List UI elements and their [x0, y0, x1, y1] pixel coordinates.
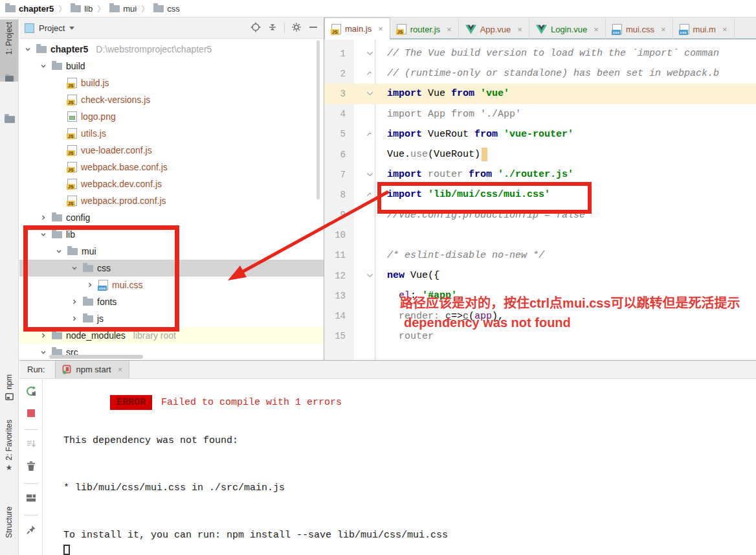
folder-icon — [5, 5, 16, 12]
chevron-down-icon[interactable] — [23, 45, 32, 54]
close-icon[interactable]: × — [722, 25, 728, 34]
tree-label: node_modules — [66, 330, 126, 341]
fold-up-icon[interactable] — [354, 190, 375, 199]
tab-mui-css[interactable]: cssmui.css× — [606, 19, 673, 40]
breadcrumb-item-mui[interactable]: mui — [109, 4, 137, 14]
close-icon[interactable]: × — [517, 25, 522, 34]
clear-icon[interactable] — [27, 461, 36, 474]
image-thumb-icon — [69, 116, 75, 120]
chevron-right-icon[interactable] — [85, 280, 94, 289]
tree-label: css — [97, 263, 111, 273]
tree-row-css[interactable]: css — [19, 260, 324, 277]
code-text: router — [375, 331, 434, 342]
settings-icon[interactable] — [291, 22, 302, 34]
line-number: 10 — [324, 230, 354, 240]
chevron-down-icon[interactable] — [69, 27, 74, 30]
breadcrumb-item-css[interactable]: css — [153, 4, 180, 14]
fold-down-icon[interactable] — [354, 271, 375, 280]
tree-row-mui-css[interactable]: cssmui.css — [19, 277, 324, 293]
webstorm-window: chapter5〉lib〉mui〉css 1: Project npm2: Fa… — [0, 0, 756, 555]
rerun-icon[interactable] — [25, 385, 37, 400]
js-file-icon: JS — [67, 128, 77, 139]
chevron-down-icon[interactable] — [39, 230, 48, 239]
tree-row-chapter5[interactable]: chapter5D:\webstromproject\chapter5 — [19, 41, 324, 58]
chevron-right-icon[interactable] — [39, 213, 48, 222]
chevron-right-icon[interactable] — [39, 331, 48, 340]
project-scrollbar-horizontal[interactable] — [49, 355, 143, 359]
tree-row-webpack-base-conf-js[interactable]: JSwebpack.base.conf.js — [19, 159, 324, 176]
tree-suffix: D:\webstromproject\chapter5 — [96, 44, 212, 54]
tree-row-build[interactable]: build — [19, 58, 324, 74]
code-line-4: 4import App from './App' — [324, 104, 756, 124]
tree-label: webpack.prod.conf.js — [81, 196, 166, 206]
hide-icon[interactable] — [308, 22, 318, 34]
run-console[interactable]: ERRORFailed to compile with 1 errors Thi… — [43, 379, 756, 555]
chevron-down-icon[interactable] — [70, 264, 79, 273]
fold-down-icon[interactable] — [354, 49, 375, 58]
run-tab-npm-start[interactable]: npm start × — [55, 361, 129, 378]
js-file-icon: JS — [67, 78, 77, 88]
tree-row-utils-js[interactable]: JSutils.js — [19, 125, 324, 142]
tree-row-lib[interactable]: lib — [19, 226, 324, 243]
tree-row-config[interactable]: config — [19, 209, 324, 226]
breadcrumb-item-lib[interactable]: lib — [71, 4, 93, 14]
chevron-down-icon[interactable] — [39, 62, 48, 71]
folder-icon — [83, 265, 93, 272]
collapse-all-icon[interactable] — [267, 22, 278, 34]
folder-stripe-icon[interactable] — [5, 116, 15, 123]
sidebar-item-project[interactable]: 1: Project — [0, 19, 18, 82]
stop-icon[interactable] — [27, 409, 36, 420]
close-icon[interactable]: × — [661, 25, 666, 34]
tree-row-node-modules[interactable]: node_moduleslibrary root — [19, 327, 324, 344]
chevron-right-icon[interactable] — [70, 314, 79, 323]
scroll-end-icon[interactable] — [26, 439, 36, 452]
tree-row-check-versions-js[interactable]: JScheck-versions.js — [19, 91, 324, 108]
tree-row-logo-png[interactable]: logo.png — [19, 108, 324, 125]
sidebar-item-structure[interactable]: Structure — [0, 506, 18, 555]
tree-row-js[interactable]: js — [19, 310, 324, 327]
tree-row-webpack-prod-conf-js[interactable]: JSwebpack.prod.conf.js — [19, 192, 324, 209]
close-icon[interactable]: × — [378, 24, 383, 34]
tab-label: router.js — [410, 25, 440, 34]
code-line-12: 12new Vue({ — [324, 266, 756, 286]
close-icon[interactable]: × — [447, 25, 452, 34]
run-panel: Run: npm start × ERRORFailed to compile … — [19, 360, 756, 555]
fold-down-icon[interactable] — [354, 170, 375, 179]
layout-icon[interactable] — [26, 493, 36, 506]
sidebar-item-2-favorites[interactable]: 2: Favorites★ — [0, 420, 18, 478]
js-badge-icon: JS — [331, 29, 339, 35]
code-area[interactable]: 1// The Vue build version to load with t… — [324, 40, 756, 360]
tab-app-vue[interactable]: App.vue× — [459, 19, 529, 40]
fold-down-icon[interactable] — [354, 89, 375, 98]
tree-row-vue-loader-conf-js[interactable]: JSvue-loader.conf.js — [19, 142, 324, 159]
tree-row-webpack-dev-conf-js[interactable]: JSwebpack.dev.conf.js — [19, 176, 324, 192]
tab-mui-m[interactable]: cssmui.m× — [673, 19, 735, 40]
line-number: 6 — [324, 150, 354, 160]
chevron-right-icon[interactable] — [70, 297, 79, 306]
chevron-down-icon[interactable] — [39, 348, 48, 357]
sidebar-item-npm[interactable]: npm — [0, 374, 18, 414]
tree-row-fonts[interactable]: fonts — [19, 293, 324, 310]
pin-icon[interactable] — [26, 525, 36, 538]
project-panel-title[interactable]: Project — [39, 23, 65, 33]
tab-label: App.vue — [480, 25, 511, 34]
breadcrumb-label: lib — [84, 4, 93, 14]
close-icon[interactable]: × — [118, 365, 123, 374]
folder-icon — [36, 46, 47, 53]
project-scrollbar-vertical[interactable] — [317, 40, 320, 199]
tool-window-icon — [5, 392, 14, 402]
chevron-down-icon[interactable] — [54, 247, 63, 256]
fold-up-icon[interactable] — [354, 69, 375, 78]
tree-row-build-js[interactable]: JSbuild.js — [19, 74, 324, 91]
locate-icon[interactable] — [250, 22, 261, 34]
star-icon: ★ — [6, 463, 13, 472]
tab-router-js[interactable]: JSrouter.js× — [390, 19, 459, 40]
editor-tabbar: JSmain.js×JSrouter.js×App.vue×Login.vue×… — [324, 17, 756, 40]
close-icon[interactable]: × — [594, 25, 599, 34]
tab-main-js[interactable]: JSmain.js× — [324, 17, 390, 40]
tree-row-mui[interactable]: mui — [19, 243, 324, 260]
fold-up-icon[interactable] — [354, 130, 375, 139]
tab-login-vue[interactable]: Login.vue× — [529, 19, 606, 40]
run-panel-header: Run: npm start × — [19, 361, 756, 379]
breadcrumb-item-chapter5[interactable]: chapter5 — [5, 4, 54, 14]
